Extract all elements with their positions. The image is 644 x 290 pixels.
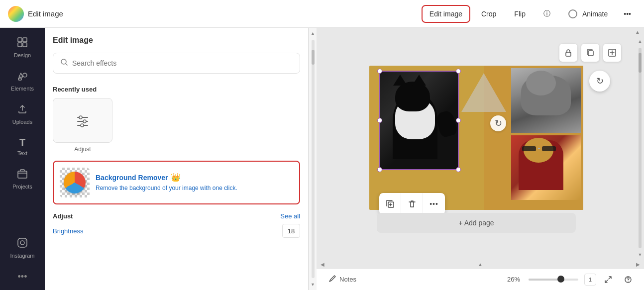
canvas-scroll-left[interactable]: ◀ bbox=[321, 262, 324, 267]
sidebar-item-design[interactable]: Design bbox=[2, 32, 42, 63]
help-button[interactable] bbox=[620, 272, 636, 288]
add-page-button[interactable]: + Add page bbox=[377, 213, 576, 233]
notes-button[interactable]: Notes bbox=[324, 273, 360, 286]
sidebar-item-projects[interactable]: Projects bbox=[2, 163, 42, 194]
recently-used-grid: Adjust bbox=[53, 98, 300, 153]
scroll-up-arrow[interactable]: ▲ bbox=[310, 30, 317, 37]
animate-icon bbox=[568, 9, 577, 18]
svg-point-4 bbox=[23, 73, 27, 77]
chevron-up-button[interactable]: ▲ bbox=[478, 262, 483, 267]
handle-br[interactable] bbox=[456, 167, 461, 172]
svg-rect-5 bbox=[18, 78, 21, 80]
bg-remover-card[interactable]: Background Remover 👑 Remove the backgrou… bbox=[53, 161, 300, 204]
zoom-slider-fill bbox=[529, 279, 558, 281]
ctx-delete-button[interactable] bbox=[401, 193, 423, 215]
scroll-down-arrow[interactable]: ▼ bbox=[310, 281, 317, 288]
expand-button[interactable] bbox=[600, 272, 616, 288]
ctx-more-button[interactable]: ••• bbox=[423, 193, 445, 215]
top-toolbar: Edit image Edit image Crop Flip ⓘ Animat… bbox=[0, 0, 644, 28]
svg-point-8 bbox=[20, 241, 24, 245]
elements-label: Elements bbox=[11, 86, 34, 92]
info-icon: ⓘ bbox=[543, 9, 550, 18]
canvas-scroll-down[interactable]: ▼ bbox=[637, 251, 644, 258]
svg-rect-2 bbox=[18, 43, 22, 47]
canvas-triangle bbox=[461, 73, 506, 112]
flip-label: Flip bbox=[514, 10, 526, 18]
cat-ear-right bbox=[412, 75, 426, 86]
lock-tool-button[interactable] bbox=[559, 44, 577, 62]
notes-label: Notes bbox=[339, 276, 356, 283]
search-box bbox=[53, 53, 300, 74]
sidebar-item-uploads[interactable]: Uploads bbox=[2, 98, 42, 130]
zoom-slider[interactable] bbox=[529, 279, 578, 281]
crop-button[interactable]: Crop bbox=[474, 6, 503, 22]
cat-image bbox=[380, 72, 458, 169]
canvas-right-scrollbar: ▲ ▼ bbox=[636, 36, 644, 260]
handle-ml[interactable] bbox=[377, 118, 382, 123]
bg-remover-title: Background Remover 👑 bbox=[96, 173, 293, 182]
brightness-label: Brightness bbox=[53, 227, 83, 235]
other-cat-2[interactable] bbox=[511, 135, 581, 200]
svg-point-12 bbox=[79, 116, 82, 119]
brightness-value[interactable]: 18 bbox=[282, 224, 300, 238]
more-icon: ••• bbox=[624, 10, 631, 18]
handle-mr[interactable] bbox=[456, 118, 461, 123]
toolbar-edit-image-label: Edit image bbox=[28, 9, 63, 18]
info-button[interactable]: ⓘ bbox=[537, 5, 557, 22]
sidebar-item-elements[interactable]: Elements bbox=[2, 65, 42, 97]
svg-rect-18 bbox=[588, 51, 593, 56]
handle-tl[interactable] bbox=[377, 69, 382, 74]
cat-ear-left bbox=[393, 75, 407, 86]
design-label: Design bbox=[14, 52, 31, 58]
main-layout: Design Elements Uploads T T bbox=[0, 28, 644, 290]
ctx-copy-button[interactable] bbox=[379, 193, 401, 215]
other-cat-1-inner bbox=[511, 68, 581, 133]
nav-more-dots[interactable]: ••• bbox=[18, 268, 27, 286]
canvas-scroll-right[interactable]: ▶ bbox=[636, 262, 640, 267]
app-logo bbox=[8, 6, 24, 22]
svg-rect-6 bbox=[18, 171, 27, 178]
panel-scroll-area[interactable]: Recently used bbox=[45, 78, 308, 290]
canvas-scroll-up-arrow[interactable]: ▲ bbox=[635, 29, 640, 35]
canvas-refresh-button[interactable]: ↻ bbox=[490, 115, 506, 131]
image-collage: ↻ bbox=[369, 66, 583, 210]
handle-tr[interactable] bbox=[456, 69, 461, 74]
sidebar-item-text[interactable]: T Text bbox=[2, 132, 42, 161]
other-cat-1[interactable] bbox=[511, 68, 581, 133]
refresh-icon: ↻ bbox=[495, 118, 502, 129]
bg-remover-thumb bbox=[60, 168, 90, 197]
other-cat-2-inner bbox=[511, 135, 581, 200]
sidebar-item-instagram[interactable]: Instagram bbox=[2, 232, 42, 264]
add-page-container: + Add page bbox=[377, 213, 576, 233]
search-input[interactable] bbox=[72, 59, 293, 67]
ctx-more-icon: ••• bbox=[429, 200, 438, 208]
projects-icon bbox=[17, 168, 28, 182]
adjust-header: Adjust See all bbox=[53, 212, 300, 220]
flip-button[interactable]: Flip bbox=[507, 6, 533, 22]
canvas-scrollbar-thumb[interactable] bbox=[639, 53, 642, 73]
more-options-button[interactable]: ••• bbox=[619, 6, 636, 22]
svg-rect-1 bbox=[23, 38, 27, 42]
add-page-label: + Add page bbox=[458, 219, 494, 227]
add-tool-button[interactable] bbox=[603, 44, 621, 62]
canvas-scroll-top: ▲ bbox=[317, 28, 644, 36]
zoom-slider-thumb[interactable] bbox=[557, 276, 564, 283]
bg-remover-desc: Remove the background of your image with… bbox=[96, 184, 293, 193]
regenerate-button[interactable]: ↻ bbox=[589, 71, 610, 92]
svg-point-14 bbox=[83, 120, 86, 123]
page-number: 1 bbox=[589, 277, 592, 283]
edit-image-button[interactable]: Edit image bbox=[422, 5, 470, 23]
canvas-content: ↻ ↻ bbox=[369, 66, 583, 225]
handle-bl[interactable] bbox=[377, 167, 382, 172]
animate-label: Animate bbox=[582, 10, 608, 18]
scrollbar-thumb[interactable] bbox=[312, 50, 315, 65]
sunglasses bbox=[522, 146, 557, 151]
canvas-scroll-up[interactable]: ▲ bbox=[637, 38, 644, 45]
recently-used-title: Recently used bbox=[53, 86, 300, 93]
see-all-link[interactable]: See all bbox=[280, 212, 300, 220]
duplicate-tool-button[interactable] bbox=[581, 44, 599, 62]
bottom-bar: Notes 26% 1 bbox=[317, 268, 644, 290]
animate-button[interactable]: Animate bbox=[561, 5, 615, 22]
adjust-effect-card[interactable]: Adjust bbox=[53, 98, 112, 153]
selected-image[interactable] bbox=[379, 71, 459, 170]
